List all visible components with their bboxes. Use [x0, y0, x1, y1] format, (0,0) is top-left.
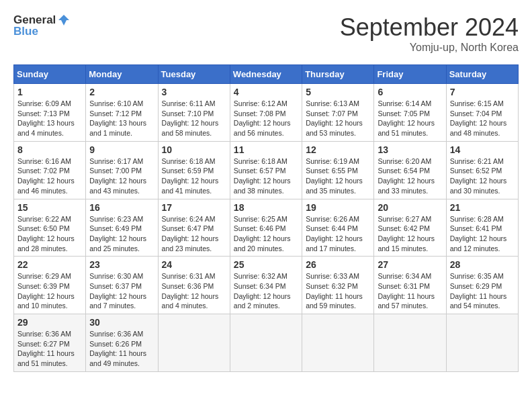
day-info: Sunrise: 6:27 AMSunset: 6:42 PMDaylight:… [378, 214, 442, 254]
day-number: 20 [378, 202, 442, 213]
day-number: 7 [450, 87, 515, 97]
weekday-friday: Friday [374, 65, 446, 84]
calendar-cell: 3 Sunrise: 6:11 AMSunset: 7:10 PMDayligh… [158, 84, 230, 142]
logo-blue: Blue [13, 26, 38, 38]
calendar-cell: 13 Sunrise: 6:20 AMSunset: 6:54 PMDaylig… [374, 141, 446, 199]
day-number: 16 [89, 202, 154, 213]
day-info: Sunrise: 6:30 AMSunset: 6:37 PMDaylight:… [89, 271, 154, 311]
day-info: Sunrise: 6:34 AMSunset: 6:31 PMDaylight:… [378, 271, 442, 311]
day-number: 10 [162, 144, 226, 155]
day-info: Sunrise: 6:15 AMSunset: 7:04 PMDaylight:… [450, 99, 515, 138]
day-info: Sunrise: 6:11 AMSunset: 7:10 PMDaylight:… [162, 99, 226, 138]
logo-svg: General Blue [13, 13, 71, 38]
calendar-cell [446, 314, 518, 372]
day-info: Sunrise: 6:36 AMSunset: 6:27 PMDaylight:… [17, 329, 82, 369]
calendar-cell: 11 Sunrise: 6:18 AMSunset: 6:57 PMDaylig… [230, 141, 302, 199]
calendar-cell: 14 Sunrise: 6:21 AMSunset: 6:52 PMDaylig… [446, 141, 518, 199]
day-number: 18 [234, 202, 298, 213]
day-info: Sunrise: 6:35 AMSunset: 6:29 PMDaylight:… [450, 271, 515, 311]
weekday-monday: Monday [86, 65, 158, 84]
day-number: 4 [234, 87, 298, 97]
day-number: 3 [162, 87, 226, 97]
svg-marker-0 [58, 15, 69, 26]
calendar-cell: 4 Sunrise: 6:12 AMSunset: 7:08 PMDayligh… [230, 84, 302, 142]
day-info: Sunrise: 6:25 AMSunset: 6:46 PMDaylight:… [234, 214, 298, 254]
day-info: Sunrise: 6:18 AMSunset: 6:59 PMDaylight:… [162, 156, 226, 196]
day-info: Sunrise: 6:28 AMSunset: 6:41 PMDaylight:… [450, 214, 515, 254]
day-info: Sunrise: 6:18 AMSunset: 6:57 PMDaylight:… [234, 156, 298, 196]
calendar-cell: 26 Sunrise: 6:33 AMSunset: 6:32 PMDaylig… [302, 257, 374, 314]
weekday-wednesday: Wednesday [230, 65, 302, 84]
day-info: Sunrise: 6:17 AMSunset: 7:00 PMDaylight:… [89, 156, 154, 196]
weekday-tuesday: Tuesday [158, 65, 230, 84]
weekday-thursday: Thursday [302, 65, 374, 84]
day-info: Sunrise: 6:23 AMSunset: 6:49 PMDaylight:… [89, 214, 154, 254]
calendar-cell: 17 Sunrise: 6:24 AMSunset: 6:47 PMDaylig… [158, 199, 230, 257]
calendar-cell: 10 Sunrise: 6:18 AMSunset: 6:59 PMDaylig… [158, 141, 230, 199]
calendar-cell: 19 Sunrise: 6:26 AMSunset: 6:44 PMDaylig… [302, 199, 374, 257]
day-info: Sunrise: 6:22 AMSunset: 6:50 PMDaylight:… [17, 214, 82, 254]
calendar-cell: 22 Sunrise: 6:29 AMSunset: 6:39 PMDaylig… [14, 257, 86, 314]
calendar-week-1: 1 Sunrise: 6:09 AMSunset: 7:13 PMDayligh… [14, 84, 519, 142]
day-number: 29 [17, 317, 82, 328]
day-number: 27 [378, 259, 442, 270]
calendar-cell [158, 314, 230, 372]
day-info: Sunrise: 6:10 AMSunset: 7:12 PMDaylight:… [89, 99, 154, 138]
weekday-sunday: Sunday [14, 65, 86, 84]
calendar-week-5: 29 Sunrise: 6:36 AMSunset: 6:27 PMDaylig… [14, 314, 519, 372]
calendar-cell: 12 Sunrise: 6:19 AMSunset: 6:55 PMDaylig… [302, 141, 374, 199]
day-info: Sunrise: 6:20 AMSunset: 6:54 PMDaylight:… [378, 156, 442, 196]
calendar-week-3: 15 Sunrise: 6:22 AMSunset: 6:50 PMDaylig… [14, 199, 519, 257]
day-number: 24 [162, 259, 226, 270]
logo-bird-icon [57, 13, 71, 27]
day-info: Sunrise: 6:16 AMSunset: 7:02 PMDaylight:… [17, 156, 82, 196]
day-info: Sunrise: 6:29 AMSunset: 6:39 PMDaylight:… [17, 271, 82, 311]
day-info: Sunrise: 6:12 AMSunset: 7:08 PMDaylight:… [234, 99, 298, 138]
page-subtitle: Yomju-up, North Korea [340, 42, 519, 54]
day-number: 21 [450, 202, 515, 213]
day-info: Sunrise: 6:14 AMSunset: 7:05 PMDaylight:… [378, 99, 442, 138]
calendar-cell: 1 Sunrise: 6:09 AMSunset: 7:13 PMDayligh… [14, 84, 86, 142]
day-number: 26 [306, 259, 370, 270]
calendar-table: SundayMondayTuesdayWednesdayThursdayFrid… [13, 64, 519, 372]
day-number: 8 [17, 144, 82, 155]
day-number: 9 [89, 144, 154, 155]
day-number: 12 [306, 144, 370, 155]
day-info: Sunrise: 6:19 AMSunset: 6:55 PMDaylight:… [306, 156, 370, 196]
day-info: Sunrise: 6:36 AMSunset: 6:26 PMDaylight:… [89, 329, 154, 369]
weekday-saturday: Saturday [446, 65, 518, 84]
calendar-cell: 16 Sunrise: 6:23 AMSunset: 6:49 PMDaylig… [86, 199, 158, 257]
calendar-cell: 8 Sunrise: 6:16 AMSunset: 7:02 PMDayligh… [14, 141, 86, 199]
day-number: 6 [378, 87, 442, 97]
calendar-cell: 9 Sunrise: 6:17 AMSunset: 7:00 PMDayligh… [86, 141, 158, 199]
day-number: 30 [89, 317, 154, 328]
calendar-cell: 5 Sunrise: 6:13 AMSunset: 7:07 PMDayligh… [302, 84, 374, 142]
day-number: 11 [234, 144, 298, 155]
day-info: Sunrise: 6:09 AMSunset: 7:13 PMDaylight:… [17, 99, 82, 138]
day-number: 1 [17, 87, 82, 97]
calendar-cell: 21 Sunrise: 6:28 AMSunset: 6:41 PMDaylig… [446, 199, 518, 257]
calendar-cell: 30 Sunrise: 6:36 AMSunset: 6:26 PMDaylig… [86, 314, 158, 372]
day-number: 25 [234, 259, 298, 270]
calendar-cell: 6 Sunrise: 6:14 AMSunset: 7:05 PMDayligh… [374, 84, 446, 142]
day-info: Sunrise: 6:13 AMSunset: 7:07 PMDaylight:… [306, 99, 370, 138]
calendar-cell [230, 314, 302, 372]
day-info: Sunrise: 6:24 AMSunset: 6:47 PMDaylight:… [162, 214, 226, 254]
calendar-cell: 2 Sunrise: 6:10 AMSunset: 7:12 PMDayligh… [86, 84, 158, 142]
calendar-week-2: 8 Sunrise: 6:16 AMSunset: 7:02 PMDayligh… [14, 141, 519, 199]
day-number: 14 [450, 144, 515, 155]
calendar-cell [302, 314, 374, 372]
day-number: 2 [89, 87, 154, 97]
page-title: September 2024 [340, 13, 519, 42]
calendar-cell: 23 Sunrise: 6:30 AMSunset: 6:37 PMDaylig… [86, 257, 158, 314]
title-section: September 2024 Yomju-up, North Korea [340, 13, 519, 54]
weekday-header-row: SundayMondayTuesdayWednesdayThursdayFrid… [14, 65, 519, 84]
calendar-cell: 28 Sunrise: 6:35 AMSunset: 6:29 PMDaylig… [446, 257, 518, 314]
calendar-cell: 24 Sunrise: 6:31 AMSunset: 6:36 PMDaylig… [158, 257, 230, 314]
calendar-cell: 29 Sunrise: 6:36 AMSunset: 6:27 PMDaylig… [14, 314, 86, 372]
calendar-cell: 15 Sunrise: 6:22 AMSunset: 6:50 PMDaylig… [14, 199, 86, 257]
logo: General Blue [13, 13, 71, 38]
header: General Blue September 2024 Yomju-up, No… [13, 13, 519, 54]
day-number: 19 [306, 202, 370, 213]
day-number: 23 [89, 259, 154, 270]
